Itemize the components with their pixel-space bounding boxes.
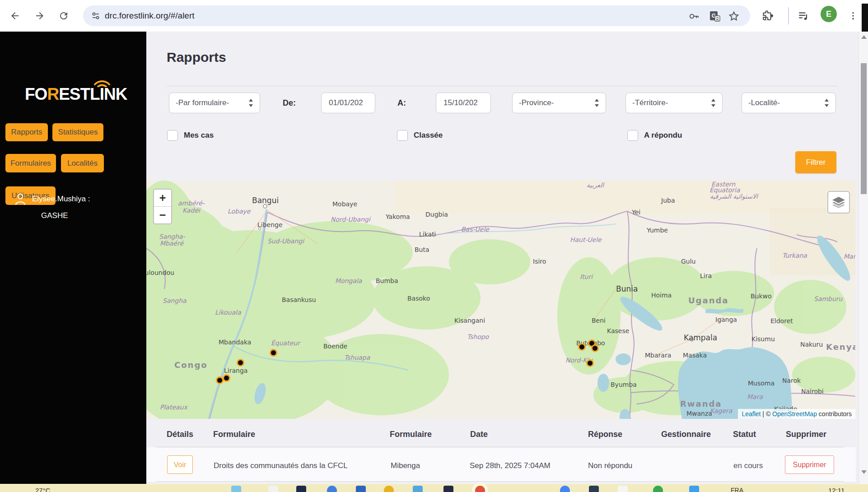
date-from-input[interactable]: 01/01/202 (321, 93, 375, 113)
leaflet-map[interactable]: العربيةEasternEquatoriaالاستوائية الشرقي… (146, 181, 855, 419)
select-arrows-icon (594, 99, 599, 107)
sidebar: FORESTL INK Rapports Statistiques Formul… (0, 32, 146, 484)
user-icon (15, 193, 26, 205)
map-layers-control[interactable] (827, 191, 850, 214)
extensions-button[interactable] (758, 6, 777, 25)
a-repondu-checkbox[interactable] (627, 130, 638, 141)
reload-button[interactable] (54, 6, 73, 25)
a-repondu-label: A répondu (644, 131, 682, 140)
layers-icon (832, 196, 845, 208)
playlist-icon (798, 10, 809, 22)
supprimer-button[interactable]: Supprimer (785, 455, 834, 474)
taskbar-app-icon[interactable] (268, 486, 278, 492)
taskbar-app-icon[interactable] (356, 486, 366, 492)
taskbar-app-icon[interactable] (443, 486, 453, 492)
zoom-in-button[interactable]: + (154, 190, 171, 207)
table-row-divider (156, 481, 844, 482)
col-date: Date (470, 430, 488, 439)
select-arrows-icon (711, 99, 716, 107)
translate-icon[interactable]: G (709, 10, 721, 22)
weather-temperature[interactable]: 27°C (35, 487, 51, 492)
cell-reponse: Non répondu (588, 461, 632, 470)
user-name: Elysee.Mushiya : (32, 195, 90, 204)
voir-button[interactable]: Voir (167, 455, 193, 474)
forward-arrow-icon (34, 10, 45, 21)
cell-statut: en cours (733, 461, 763, 470)
taskbar-app-icon[interactable] (231, 486, 241, 492)
mes-cas-label: Mes cas (184, 131, 214, 140)
screen: drc.forestlink.org/#/alert G (0, 0, 868, 492)
alert-marker[interactable] (578, 343, 586, 351)
date-to-label: A: (397, 98, 406, 108)
extensions-puzzle-icon (762, 10, 774, 22)
forward-button[interactable] (30, 6, 49, 25)
alert-marker[interactable] (237, 359, 244, 367)
map-zoom-control: + − (153, 189, 172, 224)
col-details: Détails (167, 430, 193, 439)
locality-select[interactable]: -Localité- (742, 93, 836, 113)
browser-toolbar: drc.forestlink.org/#/alert G (0, 0, 868, 32)
clock[interactable]: 12:11 (828, 487, 845, 492)
toolbar-divider (788, 7, 789, 24)
password-key-icon[interactable] (688, 10, 700, 22)
kebab-menu-icon (848, 11, 858, 21)
filtrer-button[interactable]: Filtrer (795, 151, 836, 173)
col-statut: Statut (733, 430, 756, 439)
media-playlist-button[interactable] (794, 6, 813, 25)
scroll-up-arrow[interactable] (861, 35, 867, 39)
form-filter-select[interactable]: -Par formulaire- (169, 93, 260, 113)
cell-formulaire: Droits des communautés dans la CFCL (214, 461, 348, 470)
url-text: drc.forestlink.org/#/alert (105, 11, 195, 21)
date-to-input[interactable]: 15/10/202 (436, 93, 491, 113)
classee-checkbox[interactable] (397, 130, 408, 141)
col-gestionnaire: Gestionnaire (661, 430, 711, 439)
back-button[interactable] (5, 6, 24, 25)
taskbar-app-icon[interactable] (296, 486, 306, 492)
leaflet-link[interactable]: Leaflet (742, 410, 761, 418)
sidebar-item-localites[interactable]: Localités (61, 154, 104, 172)
language-indicator[interactable]: FRA (731, 487, 743, 492)
mes-cas-group: Mes cas (167, 130, 214, 141)
map-markers-layer (146, 181, 855, 419)
alert-marker[interactable] (586, 359, 594, 367)
wifi-signal-icon (90, 77, 114, 87)
classee-label: Classée (414, 131, 443, 140)
cell-formulaire-2: Mibenga (391, 461, 420, 470)
taskbar-app-icon[interactable] (413, 486, 423, 492)
chrome-menu-button[interactable] (844, 6, 863, 25)
alert-marker[interactable] (223, 374, 230, 382)
map-attribution: Leaflet | © OpenStreetMap contributors (738, 409, 855, 419)
sidebar-item-rapports[interactable]: Rapports (5, 123, 48, 141)
address-bar[interactable]: drc.forestlink.org/#/alert G (83, 5, 750, 26)
profile-avatar[interactable]: E (821, 6, 837, 22)
col-formulaire-2: Formulaire (390, 430, 432, 439)
territory-select[interactable]: -Térritoire- (625, 93, 723, 113)
alert-marker[interactable] (591, 344, 599, 352)
window-edge (862, 4, 868, 32)
bookmark-star-icon[interactable] (728, 10, 740, 22)
osm-link[interactable]: OpenStreetMap (772, 410, 817, 418)
taskbar-app-icon[interactable] (589, 486, 599, 492)
back-arrow-icon (9, 10, 20, 21)
col-formulaire: Formulaire (213, 430, 255, 439)
reload-icon (58, 10, 69, 21)
date-from-label: De: (283, 98, 296, 108)
a-repondu-group: A répondu (627, 130, 682, 141)
zoom-out-button[interactable]: − (154, 207, 171, 223)
alert-marker[interactable] (270, 349, 277, 357)
province-select[interactable]: -Province- (512, 93, 606, 113)
sidebar-item-formulaires[interactable]: Formulaires (5, 154, 56, 172)
col-reponse: Réponse (588, 430, 622, 439)
sidebar-item-statistiques[interactable]: Statistiques (52, 123, 103, 141)
taskbar-app-icon[interactable] (689, 486, 699, 492)
scroll-down-arrow[interactable] (861, 470, 867, 474)
select-arrows-icon (824, 99, 829, 107)
cell-date: Sep 28th, 2025 7:04AM (470, 461, 551, 470)
alert-marker[interactable] (216, 376, 224, 384)
col-supprimer: Supprimer (786, 430, 826, 439)
scrollbar-thumb[interactable] (861, 63, 867, 194)
taskbar-app-icon[interactable] (618, 486, 628, 492)
mes-cas-checkbox[interactable] (167, 130, 178, 141)
page-scrollbar[interactable] (859, 32, 868, 484)
title-divider (167, 86, 838, 86)
